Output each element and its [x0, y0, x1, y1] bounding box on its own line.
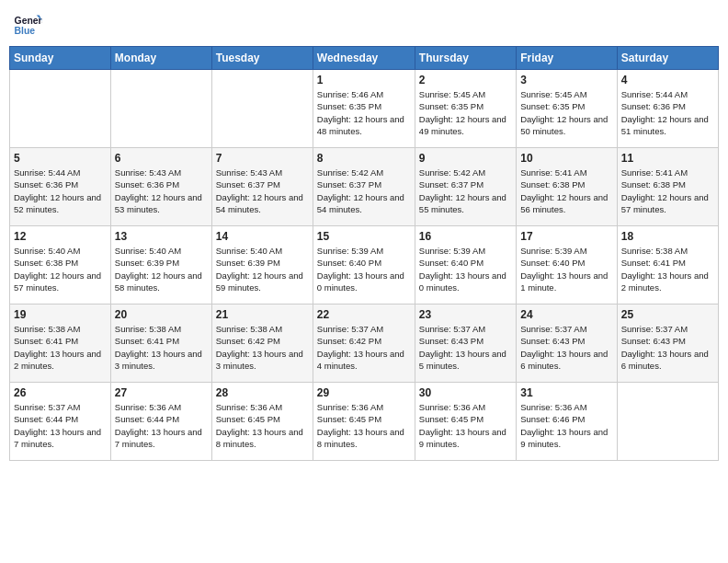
day-info: Sunrise: 5:36 AMSunset: 6:45 PMDaylight:… [317, 401, 411, 450]
calendar-week-row: 12Sunrise: 5:40 AMSunset: 6:38 PMDayligh… [10, 226, 719, 304]
day-info: Sunrise: 5:41 AMSunset: 6:38 PMDaylight:… [520, 167, 612, 215]
day-info: Sunrise: 5:38 AMSunset: 6:41 PMDaylight:… [115, 323, 208, 372]
day-info: Sunrise: 5:37 AMSunset: 6:43 PMDaylight:… [621, 323, 714, 372]
svg-text:Blue: Blue [15, 26, 36, 36]
day-info: Sunrise: 5:45 AMSunset: 6:35 PMDaylight:… [419, 88, 512, 137]
calendar-week-row: 5Sunrise: 5:44 AMSunset: 6:36 PMDaylight… [10, 148, 719, 226]
day-number: 11 [621, 152, 714, 165]
calendar-cell: 30Sunrise: 5:36 AMSunset: 6:45 PMDayligh… [415, 383, 516, 461]
day-info: Sunrise: 5:44 AMSunset: 6:36 PMDaylight:… [14, 167, 107, 215]
calendar-cell [10, 70, 111, 148]
day-info: Sunrise: 5:38 AMSunset: 6:42 PMDaylight:… [216, 323, 309, 372]
day-number: 23 [419, 308, 512, 321]
day-info: Sunrise: 5:37 AMSunset: 6:43 PMDaylight:… [520, 323, 612, 372]
calendar-cell: 11Sunrise: 5:41 AMSunset: 6:38 PMDayligh… [617, 148, 718, 226]
calendar-week-row: 26Sunrise: 5:37 AMSunset: 6:44 PMDayligh… [10, 383, 719, 461]
calendar-table: SundayMondayTuesdayWednesdayThursdayFrid… [9, 46, 719, 461]
day-info: Sunrise: 5:37 AMSunset: 6:43 PMDaylight:… [419, 323, 512, 372]
calendar-cell [617, 383, 718, 461]
calendar-cell: 19Sunrise: 5:38 AMSunset: 6:41 PMDayligh… [10, 304, 111, 383]
day-number: 9 [419, 152, 512, 165]
calendar-cell: 12Sunrise: 5:40 AMSunset: 6:38 PMDayligh… [10, 226, 111, 304]
weekday-header: Saturday [617, 47, 718, 70]
day-number: 17 [520, 230, 612, 243]
day-number: 25 [621, 308, 714, 321]
calendar-cell: 8Sunrise: 5:42 AMSunset: 6:37 PMDaylight… [313, 148, 415, 226]
weekday-header: Friday [517, 47, 617, 70]
calendar-cell: 31Sunrise: 5:36 AMSunset: 6:46 PMDayligh… [517, 383, 617, 461]
day-info: Sunrise: 5:40 AMSunset: 6:38 PMDaylight:… [14, 245, 107, 293]
calendar-cell: 28Sunrise: 5:36 AMSunset: 6:45 PMDayligh… [211, 383, 313, 461]
weekday-header: Sunday [10, 47, 111, 70]
calendar-week-row: 19Sunrise: 5:38 AMSunset: 6:41 PMDayligh… [10, 304, 719, 383]
calendar-cell: 18Sunrise: 5:38 AMSunset: 6:41 PMDayligh… [617, 226, 718, 304]
day-info: Sunrise: 5:39 AMSunset: 6:40 PMDaylight:… [419, 245, 512, 293]
logo-icon: General Blue [13, 9, 42, 39]
calendar-cell: 27Sunrise: 5:36 AMSunset: 6:44 PMDayligh… [110, 383, 211, 461]
day-number: 4 [621, 74, 714, 86]
day-info: Sunrise: 5:45 AMSunset: 6:35 PMDaylight:… [520, 88, 612, 137]
day-number: 22 [317, 308, 411, 321]
page-header: General Blue [9, 9, 719, 39]
day-number: 19 [14, 308, 107, 321]
calendar-cell: 16Sunrise: 5:39 AMSunset: 6:40 PMDayligh… [415, 226, 516, 304]
day-number: 15 [317, 230, 411, 243]
day-number: 18 [621, 230, 714, 243]
weekday-header: Tuesday [211, 47, 313, 70]
day-info: Sunrise: 5:39 AMSunset: 6:40 PMDaylight:… [317, 245, 411, 293]
day-info: Sunrise: 5:46 AMSunset: 6:35 PMDaylight:… [317, 88, 411, 137]
calendar-cell: 20Sunrise: 5:38 AMSunset: 6:41 PMDayligh… [110, 304, 211, 383]
day-number: 10 [520, 152, 612, 165]
calendar-week-row: 1Sunrise: 5:46 AMSunset: 6:35 PMDaylight… [10, 70, 719, 148]
day-info: Sunrise: 5:40 AMSunset: 6:39 PMDaylight:… [216, 245, 309, 293]
calendar-cell: 23Sunrise: 5:37 AMSunset: 6:43 PMDayligh… [415, 304, 516, 383]
calendar-cell: 21Sunrise: 5:38 AMSunset: 6:42 PMDayligh… [211, 304, 313, 383]
day-info: Sunrise: 5:41 AMSunset: 6:38 PMDaylight:… [621, 167, 714, 215]
calendar-cell: 6Sunrise: 5:43 AMSunset: 6:36 PMDaylight… [110, 148, 211, 226]
calendar-cell: 22Sunrise: 5:37 AMSunset: 6:42 PMDayligh… [313, 304, 415, 383]
day-number: 24 [520, 308, 612, 321]
day-info: Sunrise: 5:36 AMSunset: 6:44 PMDaylight:… [115, 401, 208, 450]
day-number: 8 [317, 152, 411, 165]
day-info: Sunrise: 5:37 AMSunset: 6:42 PMDaylight:… [317, 323, 411, 372]
calendar-cell: 9Sunrise: 5:42 AMSunset: 6:37 PMDaylight… [415, 148, 516, 226]
calendar-body: 1Sunrise: 5:46 AMSunset: 6:35 PMDaylight… [10, 70, 719, 461]
day-number: 14 [216, 230, 309, 243]
day-info: Sunrise: 5:44 AMSunset: 6:36 PMDaylight:… [621, 88, 714, 137]
calendar-cell: 15Sunrise: 5:39 AMSunset: 6:40 PMDayligh… [313, 226, 415, 304]
svg-text:General: General [15, 16, 42, 26]
day-number: 7 [216, 152, 309, 165]
day-number: 13 [115, 230, 208, 243]
calendar-cell: 26Sunrise: 5:37 AMSunset: 6:44 PMDayligh… [10, 383, 111, 461]
day-number: 16 [419, 230, 512, 243]
calendar-cell [211, 70, 313, 148]
day-info: Sunrise: 5:42 AMSunset: 6:37 PMDaylight:… [317, 167, 411, 215]
calendar-cell: 24Sunrise: 5:37 AMSunset: 6:43 PMDayligh… [517, 304, 617, 383]
calendar-cell: 10Sunrise: 5:41 AMSunset: 6:38 PMDayligh… [517, 148, 617, 226]
calendar-cell: 5Sunrise: 5:44 AMSunset: 6:36 PMDaylight… [10, 148, 111, 226]
calendar-cell: 14Sunrise: 5:40 AMSunset: 6:39 PMDayligh… [211, 226, 313, 304]
day-number: 27 [115, 386, 208, 399]
header-row: SundayMondayTuesdayWednesdayThursdayFrid… [10, 47, 719, 70]
calendar-cell [110, 70, 211, 148]
day-number: 30 [419, 386, 512, 399]
calendar-cell: 2Sunrise: 5:45 AMSunset: 6:35 PMDaylight… [415, 70, 516, 148]
calendar-header: SundayMondayTuesdayWednesdayThursdayFrid… [10, 47, 719, 70]
day-number: 1 [317, 74, 411, 86]
day-number: 6 [115, 152, 208, 165]
calendar-cell: 3Sunrise: 5:45 AMSunset: 6:35 PMDaylight… [517, 70, 617, 148]
day-info: Sunrise: 5:38 AMSunset: 6:41 PMDaylight:… [621, 245, 714, 293]
day-number: 21 [216, 308, 309, 321]
day-info: Sunrise: 5:36 AMSunset: 6:45 PMDaylight:… [216, 401, 309, 450]
day-number: 31 [520, 386, 612, 399]
day-number: 3 [520, 74, 612, 86]
calendar-cell: 17Sunrise: 5:39 AMSunset: 6:40 PMDayligh… [517, 226, 617, 304]
day-number: 29 [317, 386, 411, 399]
calendar-cell: 4Sunrise: 5:44 AMSunset: 6:36 PMDaylight… [617, 70, 718, 148]
day-info: Sunrise: 5:39 AMSunset: 6:40 PMDaylight:… [520, 245, 612, 293]
day-info: Sunrise: 5:36 AMSunset: 6:46 PMDaylight:… [520, 401, 612, 450]
day-info: Sunrise: 5:37 AMSunset: 6:44 PMDaylight:… [14, 401, 107, 450]
weekday-header: Monday [110, 47, 211, 70]
day-number: 28 [216, 386, 309, 399]
weekday-header: Thursday [415, 47, 516, 70]
